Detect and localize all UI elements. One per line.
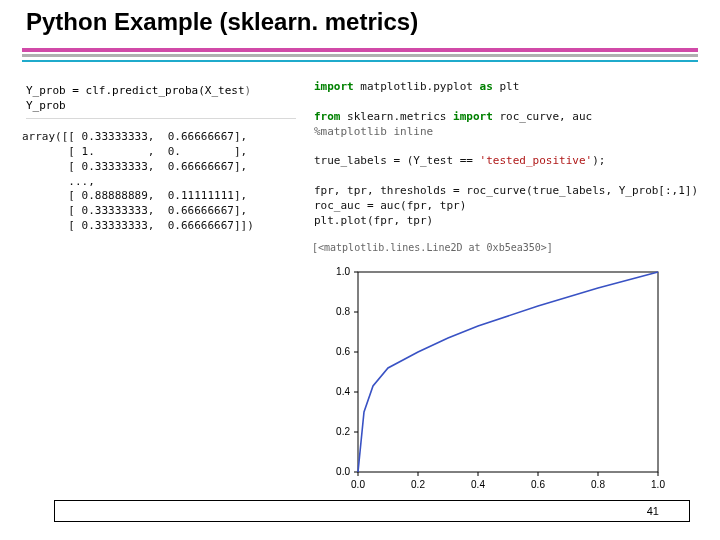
svg-text:0.6: 0.6 xyxy=(336,346,350,357)
code-text: ) xyxy=(245,84,252,97)
content-area: Y_prob = clf.predict_proba(X_test) Y_pro… xyxy=(26,78,696,498)
page-number: 41 xyxy=(647,505,659,517)
output-line: [ 0.33333333, 0.66666667]]) xyxy=(22,219,254,232)
code-text: plt.plot(fpr, tpr) xyxy=(314,214,433,227)
svg-text:0.8: 0.8 xyxy=(591,479,605,490)
output-line: [ 0.33333333, 0.66666667], xyxy=(22,160,247,173)
output-line: array([[ 0.33333333, 0.66666667], xyxy=(22,130,247,143)
code-text: Y_prob xyxy=(26,99,66,112)
svg-text:0.2: 0.2 xyxy=(411,479,425,490)
divider-cyan xyxy=(22,60,698,62)
output-line: [ 1. , 0. ], xyxy=(22,145,247,158)
code-cell-right: import matplotlib.pyplot as plt from skl… xyxy=(314,80,698,228)
code-str: 'tested_positive' xyxy=(480,154,593,167)
roc-chart: 0.00.20.40.60.81.00.00.20.40.60.81.0 xyxy=(312,262,672,500)
output-line: [ 0.33333333, 0.66666667], xyxy=(22,204,247,217)
divider-pink xyxy=(22,48,698,52)
code-text: sklearn.metrics xyxy=(341,110,454,123)
svg-text:0.6: 0.6 xyxy=(531,479,545,490)
code-text: roc_auc = auc(fpr, tpr) xyxy=(314,199,466,212)
output-line: ..., xyxy=(22,175,95,188)
svg-text:1.0: 1.0 xyxy=(336,266,350,277)
code-kw: as xyxy=(480,80,493,93)
svg-text:0.4: 0.4 xyxy=(471,479,485,490)
code-text: matplotlib.pyplot xyxy=(354,80,480,93)
svg-text:0.0: 0.0 xyxy=(351,479,365,490)
code-cell-left: Y_prob = clf.predict_proba(X_test) Y_pro… xyxy=(26,84,296,119)
output-cell-plot: [<matplotlib.lines.Line2D at 0xb5ea350>] xyxy=(312,242,553,253)
code-text: plt xyxy=(493,80,520,93)
code-kw: from xyxy=(314,110,341,123)
code-text: true_labels = (Y_test == xyxy=(314,154,480,167)
svg-text:1.0: 1.0 xyxy=(651,479,665,490)
page-footer: 41 xyxy=(54,500,690,522)
svg-text:0.4: 0.4 xyxy=(336,386,350,397)
divider-gray xyxy=(22,54,698,57)
output-cell-left: array([[ 0.33333333, 0.66666667], [ 1. ,… xyxy=(22,130,254,234)
code-magic: %matplotlib inline xyxy=(314,125,433,138)
page-title: Python Example (sklearn. metrics) xyxy=(0,0,720,40)
output-line: [ 0.88888889, 0.11111111], xyxy=(22,189,247,202)
svg-text:0.8: 0.8 xyxy=(336,306,350,317)
code-text: roc_curve, auc xyxy=(493,110,592,123)
code-kw: import xyxy=(453,110,493,123)
code-kw: import xyxy=(314,80,354,93)
svg-text:0.0: 0.0 xyxy=(336,466,350,477)
svg-text:0.2: 0.2 xyxy=(336,426,350,437)
code-text: fpr, tpr, thresholds = roc_curve(true_la… xyxy=(314,184,698,197)
code-text: Y_prob = clf.predict_proba(X_test xyxy=(26,84,245,97)
code-text: ); xyxy=(592,154,605,167)
svg-rect-0 xyxy=(358,272,658,472)
